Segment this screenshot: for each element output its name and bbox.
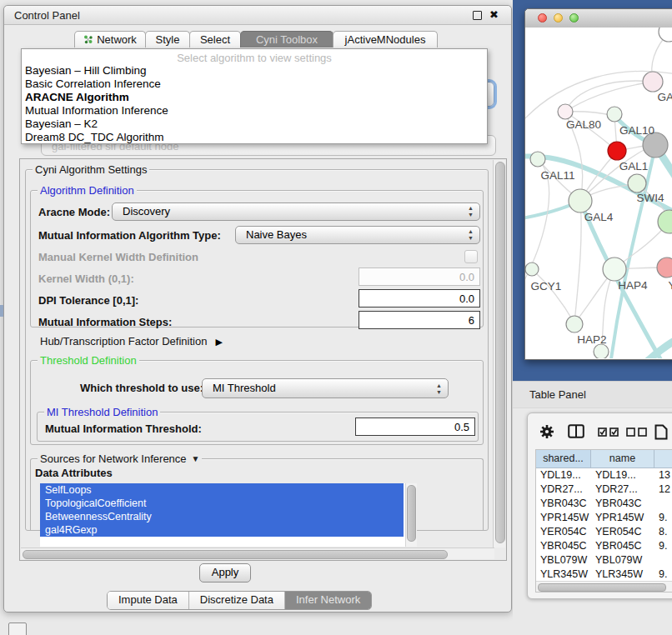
table-cell[interactable]: YER054C — [536, 525, 591, 539]
hub-definition-toggle[interactable]: Hub/Transcription Factor Definition▶ — [40, 335, 223, 348]
table-row[interactable]: YBR045CYBR045C9. — [536, 539, 672, 553]
column-header-partial[interactable] — [654, 450, 672, 468]
minimized-panel-icon[interactable] — [8, 622, 27, 635]
algorithm-option[interactable]: Bayesian – K2 — [22, 118, 487, 131]
table-cell[interactable]: YLR345W — [536, 568, 591, 582]
aracne-mode-combobox[interactable]: Discovery ▲▼ — [112, 202, 480, 221]
control-panel-titlebar[interactable]: Control Panel ✖ — [4, 6, 511, 25]
node-red[interactable] — [608, 142, 626, 160]
node-gal80[interactable] — [558, 104, 573, 119]
algorithm-option[interactable]: ARACNE Algorithm — [22, 91, 487, 104]
select-all-checkboxes-icon[interactable] — [598, 428, 619, 437]
tab-network[interactable]: Network — [74, 31, 146, 48]
node-hap2[interactable] — [566, 316, 583, 332]
node-pink-right[interactable] — [657, 258, 672, 278]
table-cell[interactable] — [654, 497, 672, 511]
settings-vscrollbar-thumb[interactable] — [495, 162, 505, 543]
splitter-grip[interactable] — [0, 305, 3, 317]
table-cell[interactable]: 9. — [654, 539, 672, 553]
node-top[interactable] — [659, 28, 672, 42]
table-cell[interactable]: YBR043C — [536, 497, 591, 511]
table-row[interactable]: YER054CYER054C8. — [536, 525, 672, 539]
node-gcy1[interactable] — [525, 262, 539, 276]
minimize-traffic-light[interactable] — [554, 13, 563, 22]
table-row[interactable]: YLR345WYLR345W9. — [536, 568, 672, 582]
table-cell[interactable]: YPR145W — [591, 511, 654, 525]
zoom-traffic-light[interactable] — [569, 13, 579, 22]
node-bottom[interactable] — [594, 344, 609, 358]
settings-horizontal-scrollbar[interactable] — [21, 548, 494, 559]
network-canvas[interactable]: GALGAL80GAL10GAL1GAL11SWI4GAL4GCY1HAP4YH… — [525, 28, 672, 358]
table-row[interactable]: YBL079WYBL079W — [536, 553, 672, 568]
table-row[interactable]: YPR145WYPR145W9. — [536, 511, 672, 525]
table-horizontal-scrollbar[interactable] — [536, 581, 672, 592]
node-gal-pink[interactable] — [643, 72, 663, 92]
column-header-sharedname[interactable]: shared... — [536, 450, 591, 468]
tab-impute-data[interactable]: Impute Data — [108, 592, 189, 609]
table-cell[interactable]: 12 — [654, 482, 672, 497]
algorithm-option[interactable]: Mutual Information Inference — [22, 104, 487, 118]
table-row[interactable]: YDR27...YDR27...12 — [536, 482, 672, 497]
table-cell[interactable]: YDL19... — [536, 468, 591, 482]
table-cell[interactable]: YPR145W — [536, 511, 591, 525]
table-cell[interactable]: 9. — [654, 511, 672, 525]
gear-icon[interactable] — [539, 424, 554, 439]
table-row[interactable]: YDL19...YDL19...13 — [536, 468, 672, 482]
table-cell[interactable]: YBL079W — [591, 553, 654, 568]
column-header-name[interactable]: name — [591, 450, 654, 468]
deselect-all-checkboxes-icon[interactable] — [626, 428, 648, 437]
table-cell[interactable]: YDR27... — [591, 482, 654, 497]
apply-button[interactable]: Apply — [199, 563, 251, 582]
table-cell[interactable]: YLR345W — [591, 568, 654, 582]
table-cell[interactable] — [654, 553, 672, 568]
algorithm-option[interactable]: Dream8 DC_TDC Algorithm — [22, 131, 487, 144]
manual-kernel-checkbox[interactable] — [464, 250, 478, 263]
expanded-arrow-icon[interactable]: ▼ — [192, 452, 200, 465]
node-swi4[interactable] — [658, 210, 672, 233]
attributes-scrollbar[interactable] — [405, 483, 417, 547]
table-cell[interactable]: YBL079W — [536, 553, 591, 568]
algorithm-option[interactable]: Basic Correlation Inference — [22, 78, 487, 91]
table-cell[interactable]: 9. — [654, 568, 672, 582]
which-threshold-combobox[interactable]: MI Threshold ▲▼ — [202, 378, 449, 398]
mi-type-combobox[interactable]: Naive Bayes ▲▼ — [235, 226, 480, 244]
settings-hscrollbar-thumb[interactable] — [23, 550, 448, 559]
attribute-list-item[interactable]: gal4RGexp — [40, 523, 404, 537]
tab-style[interactable]: Style — [145, 31, 190, 48]
table-cell[interactable]: 8. — [654, 525, 672, 539]
kernel-width-field[interactable] — [359, 268, 480, 286]
node-gal10-small[interactable] — [607, 107, 622, 122]
table-cell[interactable]: YBR045C — [591, 539, 654, 553]
node-gal11[interactable] — [530, 152, 545, 167]
tab-cyni-toolbox[interactable]: Cyni Toolbox — [240, 31, 333, 48]
table-panel-header[interactable]: Table Panel — [513, 381, 672, 408]
document-icon[interactable] — [654, 424, 668, 440]
table-cell[interactable]: YER054C — [591, 525, 654, 539]
table-cell[interactable]: 13 — [654, 468, 672, 482]
tab-infer-network[interactable]: Infer Network — [285, 592, 371, 609]
node-gal4[interactable] — [569, 189, 592, 212]
close-icon[interactable]: ✖ — [489, 8, 499, 22]
table-row[interactable]: YBR043CYBR043C — [536, 497, 672, 511]
data-attributes-list[interactable]: SelfLoopsTopologicalCoefficientBetweenne… — [40, 483, 417, 547]
float-window-icon[interactable] — [473, 11, 482, 20]
node-hap4[interactable] — [603, 258, 626, 281]
algorithm-option[interactable]: Bayesian – Hill Climbing — [22, 64, 487, 78]
table-hscrollbar-thumb[interactable] — [538, 583, 666, 592]
table-cell[interactable]: YBR043C — [591, 497, 654, 511]
table-cell[interactable]: YBR045C — [536, 539, 591, 553]
table-cell[interactable]: YDL19... — [591, 468, 654, 482]
mi-threshold-field[interactable] — [355, 418, 475, 436]
mi-steps-field[interactable] — [359, 311, 480, 329]
attributes-scrollbar-thumb[interactable] — [407, 485, 416, 542]
network-window-titlebar[interactable] — [525, 9, 672, 28]
split-columns-icon[interactable] — [568, 424, 584, 438]
table-cell[interactable]: YDR27... — [536, 482, 591, 497]
settings-vertical-scrollbar[interactable] — [493, 160, 505, 548]
close-traffic-light[interactable] — [538, 13, 547, 22]
attribute-list-item[interactable]: BetweennessCentrality — [40, 510, 404, 523]
dpi-tolerance-field[interactable] — [359, 289, 480, 308]
tab-discretize-data[interactable]: Discretize Data — [189, 592, 285, 609]
attribute-list-item[interactable]: SelfLoops — [40, 483, 404, 497]
tab-jactivemnodules[interactable]: jActiveMNodules — [333, 31, 438, 48]
